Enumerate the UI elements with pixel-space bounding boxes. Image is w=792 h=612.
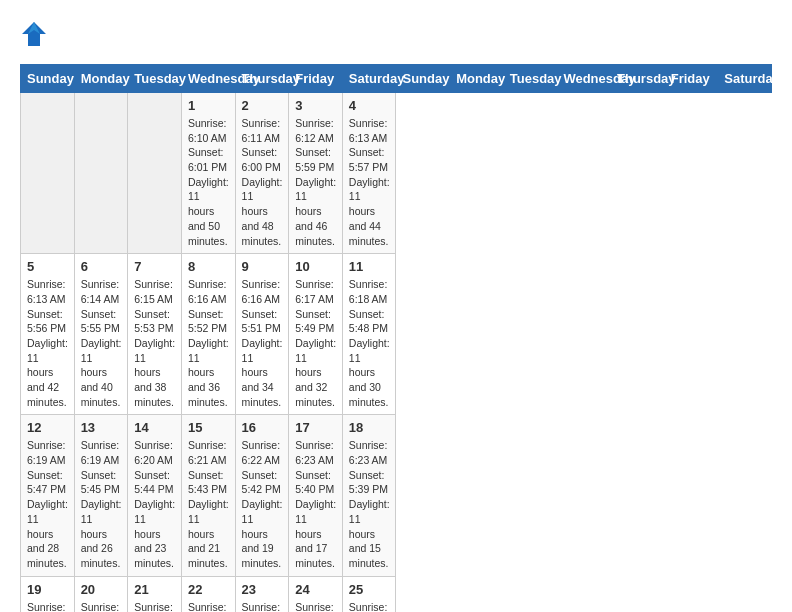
calendar-cell: 4Sunrise: 6:13 AM Sunset: 5:57 PM Daylig… (342, 93, 396, 254)
day-number: 5 (27, 259, 68, 274)
calendar-week-row: 5Sunrise: 6:13 AM Sunset: 5:56 PM Daylig… (21, 254, 772, 415)
day-info: Sunrise: 6:27 AM Sunset: 5:33 PM Dayligh… (242, 600, 283, 612)
calendar-cell: 13Sunrise: 6:19 AM Sunset: 5:45 PM Dayli… (74, 415, 128, 576)
calendar-header-row: SundayMondayTuesdayWednesdayThursdayFrid… (21, 65, 772, 93)
calendar-cell: 9Sunrise: 6:16 AM Sunset: 5:51 PM Daylig… (235, 254, 289, 415)
day-info: Sunrise: 6:18 AM Sunset: 5:48 PM Dayligh… (349, 277, 390, 409)
calendar-cell: 19Sunrise: 6:24 AM Sunset: 5:38 PM Dayli… (21, 576, 75, 612)
calendar-cell: 3Sunrise: 6:12 AM Sunset: 5:59 PM Daylig… (289, 93, 343, 254)
calendar-cell: 14Sunrise: 6:20 AM Sunset: 5:44 PM Dayli… (128, 415, 182, 576)
day-info: Sunrise: 6:24 AM Sunset: 5:38 PM Dayligh… (27, 600, 68, 612)
page-header (20, 20, 772, 48)
logo (20, 20, 52, 48)
day-number: 1 (188, 98, 229, 113)
calendar-cell (128, 93, 182, 254)
day-info: Sunrise: 6:13 AM Sunset: 5:57 PM Dayligh… (349, 116, 390, 248)
day-number: 4 (349, 98, 390, 113)
day-number: 7 (134, 259, 175, 274)
calendar-cell: 24Sunrise: 6:28 AM Sunset: 5:32 PM Dayli… (289, 576, 343, 612)
weekday-header-tuesday: Tuesday (128, 65, 182, 93)
calendar-cell: 17Sunrise: 6:23 AM Sunset: 5:40 PM Dayli… (289, 415, 343, 576)
day-number: 10 (295, 259, 336, 274)
weekday-header-sunday: Sunday (396, 65, 450, 93)
day-info: Sunrise: 6:19 AM Sunset: 5:47 PM Dayligh… (27, 438, 68, 570)
day-number: 15 (188, 420, 229, 435)
logo-icon (20, 20, 48, 48)
day-info: Sunrise: 6:17 AM Sunset: 5:49 PM Dayligh… (295, 277, 336, 409)
weekday-header-friday: Friday (664, 65, 718, 93)
day-number: 23 (242, 582, 283, 597)
day-info: Sunrise: 6:23 AM Sunset: 5:40 PM Dayligh… (295, 438, 336, 570)
calendar-cell: 6Sunrise: 6:14 AM Sunset: 5:55 PM Daylig… (74, 254, 128, 415)
day-info: Sunrise: 6:10 AM Sunset: 6:01 PM Dayligh… (188, 116, 229, 248)
calendar-table: SundayMondayTuesdayWednesdayThursdayFrid… (20, 64, 772, 612)
day-info: Sunrise: 6:26 AM Sunset: 5:36 PM Dayligh… (134, 600, 175, 612)
day-number: 21 (134, 582, 175, 597)
calendar-cell: 23Sunrise: 6:27 AM Sunset: 5:33 PM Dayli… (235, 576, 289, 612)
calendar-week-row: 1Sunrise: 6:10 AM Sunset: 6:01 PM Daylig… (21, 93, 772, 254)
day-number: 8 (188, 259, 229, 274)
day-number: 11 (349, 259, 390, 274)
day-number: 16 (242, 420, 283, 435)
day-info: Sunrise: 6:27 AM Sunset: 5:35 PM Dayligh… (188, 600, 229, 612)
calendar-cell: 18Sunrise: 6:23 AM Sunset: 5:39 PM Dayli… (342, 415, 396, 576)
weekday-header-monday: Monday (74, 65, 128, 93)
calendar-cell: 15Sunrise: 6:21 AM Sunset: 5:43 PM Dayli… (181, 415, 235, 576)
day-info: Sunrise: 6:16 AM Sunset: 5:52 PM Dayligh… (188, 277, 229, 409)
calendar-cell: 25Sunrise: 6:29 AM Sunset: 5:31 PM Dayli… (342, 576, 396, 612)
day-number: 12 (27, 420, 68, 435)
calendar-cell: 5Sunrise: 6:13 AM Sunset: 5:56 PM Daylig… (21, 254, 75, 415)
day-number: 17 (295, 420, 336, 435)
calendar-cell: 10Sunrise: 6:17 AM Sunset: 5:49 PM Dayli… (289, 254, 343, 415)
day-info: Sunrise: 6:15 AM Sunset: 5:53 PM Dayligh… (134, 277, 175, 409)
day-info: Sunrise: 6:23 AM Sunset: 5:39 PM Dayligh… (349, 438, 390, 570)
calendar-cell: 16Sunrise: 6:22 AM Sunset: 5:42 PM Dayli… (235, 415, 289, 576)
calendar-cell (21, 93, 75, 254)
day-info: Sunrise: 6:28 AM Sunset: 5:32 PM Dayligh… (295, 600, 336, 612)
weekday-header-friday: Friday (289, 65, 343, 93)
day-number: 20 (81, 582, 122, 597)
weekday-header-saturday: Saturday (342, 65, 396, 93)
calendar-cell: 2Sunrise: 6:11 AM Sunset: 6:00 PM Daylig… (235, 93, 289, 254)
day-number: 9 (242, 259, 283, 274)
day-info: Sunrise: 6:21 AM Sunset: 5:43 PM Dayligh… (188, 438, 229, 570)
calendar-cell: 22Sunrise: 6:27 AM Sunset: 5:35 PM Dayli… (181, 576, 235, 612)
day-info: Sunrise: 6:29 AM Sunset: 5:31 PM Dayligh… (349, 600, 390, 612)
day-number: 3 (295, 98, 336, 113)
calendar-cell: 1Sunrise: 6:10 AM Sunset: 6:01 PM Daylig… (181, 93, 235, 254)
day-info: Sunrise: 6:14 AM Sunset: 5:55 PM Dayligh… (81, 277, 122, 409)
calendar-week-row: 19Sunrise: 6:24 AM Sunset: 5:38 PM Dayli… (21, 576, 772, 612)
calendar-cell: 8Sunrise: 6:16 AM Sunset: 5:52 PM Daylig… (181, 254, 235, 415)
weekday-header-wednesday: Wednesday (557, 65, 611, 93)
calendar-cell: 20Sunrise: 6:25 AM Sunset: 5:37 PM Dayli… (74, 576, 128, 612)
day-info: Sunrise: 6:16 AM Sunset: 5:51 PM Dayligh… (242, 277, 283, 409)
calendar-cell (74, 93, 128, 254)
day-number: 18 (349, 420, 390, 435)
day-number: 2 (242, 98, 283, 113)
weekday-header-monday: Monday (450, 65, 504, 93)
day-info: Sunrise: 6:13 AM Sunset: 5:56 PM Dayligh… (27, 277, 68, 409)
weekday-header-tuesday: Tuesday (503, 65, 557, 93)
weekday-header-thursday: Thursday (611, 65, 665, 93)
calendar-cell: 12Sunrise: 6:19 AM Sunset: 5:47 PM Dayli… (21, 415, 75, 576)
day-info: Sunrise: 6:25 AM Sunset: 5:37 PM Dayligh… (81, 600, 122, 612)
day-info: Sunrise: 6:19 AM Sunset: 5:45 PM Dayligh… (81, 438, 122, 570)
weekday-header-wednesday: Wednesday (181, 65, 235, 93)
day-info: Sunrise: 6:22 AM Sunset: 5:42 PM Dayligh… (242, 438, 283, 570)
day-info: Sunrise: 6:20 AM Sunset: 5:44 PM Dayligh… (134, 438, 175, 570)
day-info: Sunrise: 6:12 AM Sunset: 5:59 PM Dayligh… (295, 116, 336, 248)
day-number: 14 (134, 420, 175, 435)
day-number: 19 (27, 582, 68, 597)
calendar-week-row: 12Sunrise: 6:19 AM Sunset: 5:47 PM Dayli… (21, 415, 772, 576)
day-number: 13 (81, 420, 122, 435)
calendar-cell: 11Sunrise: 6:18 AM Sunset: 5:48 PM Dayli… (342, 254, 396, 415)
day-number: 6 (81, 259, 122, 274)
weekday-header-saturday: Saturday (718, 65, 772, 93)
weekday-header-thursday: Thursday (235, 65, 289, 93)
day-number: 25 (349, 582, 390, 597)
day-number: 24 (295, 582, 336, 597)
weekday-header-sunday: Sunday (21, 65, 75, 93)
day-number: 22 (188, 582, 229, 597)
calendar-cell: 21Sunrise: 6:26 AM Sunset: 5:36 PM Dayli… (128, 576, 182, 612)
calendar-cell: 7Sunrise: 6:15 AM Sunset: 5:53 PM Daylig… (128, 254, 182, 415)
